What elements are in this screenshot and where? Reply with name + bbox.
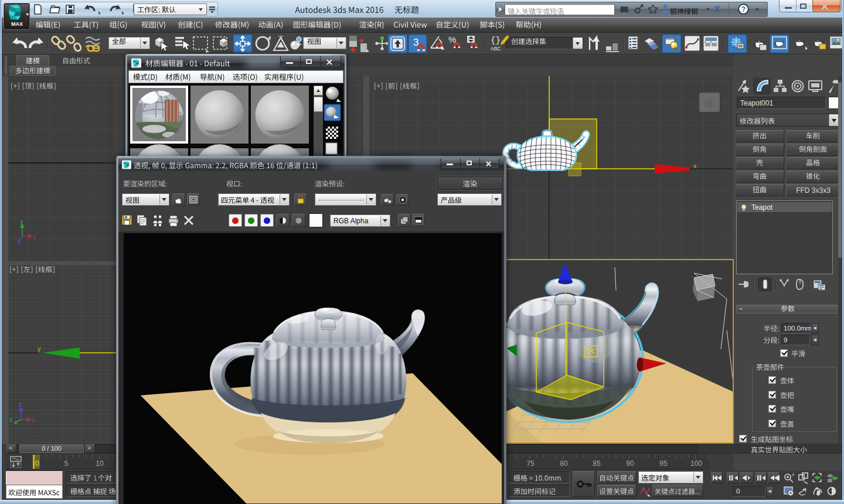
svg-text:y: y [38,345,41,352]
svg-text:x: x [649,352,652,359]
svg-text:75: 75 [526,459,535,468]
svg-text:10: 10 [96,459,104,468]
svg-text:100: 100 [690,459,702,468]
svg-text:z: z [19,401,22,408]
svg-text:x: x [33,233,36,240]
svg-text:0: 0 [35,459,39,468]
svg-text:{}: {} [491,36,501,45]
svg-text:y: y [20,220,23,225]
svg-text:y: y [9,416,13,423]
svg-text:80: 80 [560,459,568,468]
svg-text:90: 90 [626,459,634,468]
svg-text:x: x [32,417,35,424]
svg-text:5: 5 [64,459,69,468]
svg-text:±: ± [792,472,795,477]
svg-text:ABC: ABC [491,46,501,52]
svg-text:?: ? [741,5,746,13]
svg-text:85: 85 [593,459,601,468]
svg-text:z: z [18,238,21,244]
svg-text:95: 95 [659,459,668,468]
svg-text:x: x [693,162,697,169]
